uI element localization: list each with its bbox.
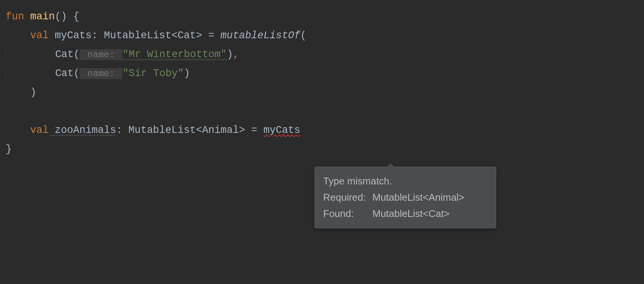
tooltip-found-row: Found:MutableList<Cat>: [323, 206, 488, 222]
equals: =: [202, 30, 221, 41]
code-line-7[interactable]: val zooAnimals: MutableList<Animal> = my…: [6, 121, 638, 140]
code-editor[interactable]: fun main() { val myCats: MutableList<Cat…: [6, 8, 638, 159]
tooltip-required-label: Required:: [323, 189, 372, 206]
string-mr-winterbottom: "Mr Winterbottom": [122, 49, 227, 60]
indent: [6, 125, 30, 136]
keyword-fun: fun: [6, 11, 24, 22]
code-line-2[interactable]: val myCats: MutableList<Cat> = mutableLi…: [6, 27, 638, 45]
error-tooltip: Type mismatch. Required:MutableList<Anim…: [314, 167, 496, 228]
function-name-main: main: [30, 11, 55, 22]
function-mutablelistof: mutableListOf: [220, 30, 300, 41]
tooltip-found-value: MutableList<Cat>: [372, 208, 450, 219]
close-paren: ): [184, 68, 190, 79]
variable-zooanimals: zooAnimals: [48, 125, 116, 136]
param-hint-name: name:: [80, 68, 122, 79]
code-line-6[interactable]: [6, 102, 638, 121]
string-sir-toby: "Sir Toby": [122, 68, 184, 79]
tooltip-required-row: Required:MutableList<Animal>: [323, 189, 488, 206]
type-mutablelist-cat: MutableList<Cat>: [104, 30, 202, 41]
error-mycats: myCats: [264, 125, 300, 136]
tooltip-found-label: Found:: [323, 206, 372, 222]
open-paren: (: [300, 30, 306, 41]
cat-constructor: Cat(: [55, 68, 80, 79]
open-brace: {: [67, 11, 79, 22]
code-line-4[interactable]: Cat( name: "Sir Toby"): [6, 64, 638, 83]
keyword-val: val: [30, 30, 49, 41]
code-line-5[interactable]: ): [6, 83, 638, 102]
indent: [6, 68, 55, 79]
indent: [6, 30, 30, 41]
parens: (): [55, 11, 67, 22]
close-paren: ): [30, 87, 36, 98]
type-mutablelist-animal: MutableList<Animal>: [128, 125, 245, 136]
tooltip-required-value: MutableList<Animal>: [372, 192, 464, 203]
tooltip-title: Type mismatch.: [323, 173, 488, 189]
close-paren: ): [227, 49, 233, 60]
equals: =: [245, 125, 264, 136]
indent: [6, 49, 55, 60]
variable-mycats: myCats: [48, 30, 91, 41]
param-hint-name: name:: [80, 49, 122, 60]
indent: [6, 87, 30, 98]
code-line-8[interactable]: }: [6, 140, 638, 159]
keyword-val: val: [30, 125, 49, 136]
colon: :: [92, 30, 104, 41]
comma: ,: [233, 49, 239, 60]
close-brace: }: [6, 144, 12, 155]
colon: :: [116, 125, 128, 136]
code-line-1[interactable]: fun main() {: [6, 8, 638, 27]
cat-constructor: Cat(: [55, 49, 80, 60]
code-line-3[interactable]: Cat( name: "Mr Winterbottom"),: [6, 45, 638, 64]
